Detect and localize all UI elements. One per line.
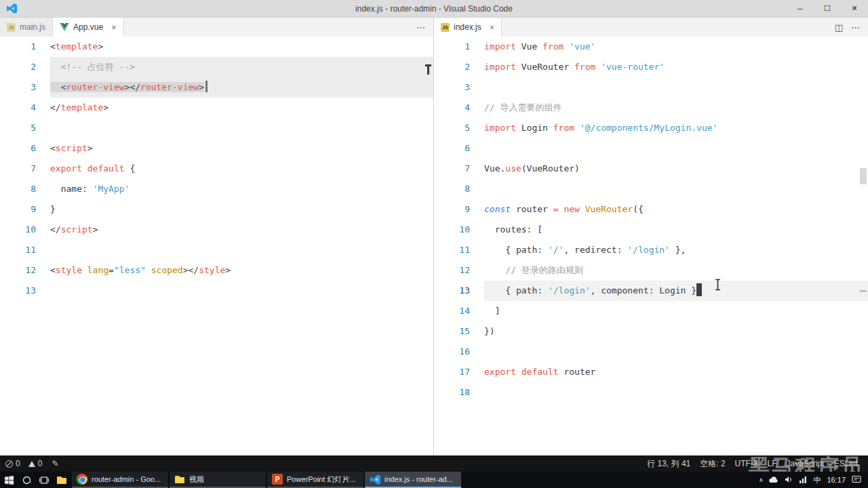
code-line-8[interactable]: 8 xyxy=(434,179,868,199)
code-line-18[interactable]: 18 xyxy=(434,382,868,403)
warning-count: 0 xyxy=(38,459,43,468)
status-indentation[interactable]: 空格: 2 xyxy=(700,458,725,470)
overview-cursor-mark xyxy=(860,290,867,292)
code-line-12[interactable]: 12<style lang="less" scoped></style> xyxy=(0,260,433,281)
code-line-11[interactable]: 11 xyxy=(0,240,433,260)
line-text: name: 'MyApp' xyxy=(50,179,433,199)
code-line-10[interactable]: 10</script> xyxy=(0,220,433,240)
code-line-9[interactable]: 9} xyxy=(0,199,433,220)
line-number: 3 xyxy=(0,77,36,98)
code-line-9[interactable]: 9const router = new VueRouter({ xyxy=(434,199,868,220)
notification-center-icon[interactable] xyxy=(852,474,861,486)
code-line-7[interactable]: 7Vue.use(VueRouter) xyxy=(434,159,868,179)
taskbar-button-label: 视频 xyxy=(189,474,204,485)
minimize-button[interactable]: ─ xyxy=(787,0,814,18)
code-line-17[interactable]: 17export default router xyxy=(434,362,868,382)
code-line-13[interactable]: 13 xyxy=(0,281,433,301)
taskbar-button-vscode[interactable]: index.js - router-ad... xyxy=(365,472,461,488)
explorer-icon[interactable] xyxy=(53,472,71,488)
javascript-file-icon: JS xyxy=(7,23,16,32)
more-actions-icon[interactable]: ⋯ xyxy=(851,22,860,33)
code-line-4[interactable]: 4// 导入需要的组件 xyxy=(434,98,868,118)
search-icon[interactable] xyxy=(18,472,35,488)
split-editor-icon[interactable]: ◫ xyxy=(835,22,843,33)
code-line-16[interactable]: 16 xyxy=(434,342,868,362)
start-button[interactable] xyxy=(0,472,18,488)
line-number: 4 xyxy=(0,98,36,118)
close-button[interactable]: ✕ xyxy=(841,0,868,18)
code-line-15[interactable]: 15}) xyxy=(434,321,868,342)
line-tokens: import VueRouter from 'vue-router' xyxy=(484,62,665,72)
problems-indicator[interactable]: 0 0 xyxy=(5,459,42,468)
line-number: 10 xyxy=(0,220,36,240)
line-tokens: // 导入需要的组件 xyxy=(484,102,561,113)
code-line-6[interactable]: 6<script> xyxy=(0,138,433,159)
code-line-10[interactable]: 10 routes: [ xyxy=(434,220,868,240)
line-text: </template> xyxy=(50,98,433,118)
selection-end-mark xyxy=(205,81,208,92)
tab-label: App.vue xyxy=(73,22,103,32)
pen-icon[interactable]: ✎ xyxy=(52,459,58,468)
line-tokens: <!-- 占位符 --> xyxy=(50,62,135,72)
vscode-logo-icon xyxy=(7,3,17,14)
tray-expand-icon[interactable]: ∧ xyxy=(759,476,764,483)
input-method-indicator[interactable]: 中 xyxy=(813,475,821,485)
close-tab-icon[interactable]: × xyxy=(490,22,495,33)
code-line-5[interactable]: 5 xyxy=(0,118,433,138)
line-tokens: Vue.use(VueRouter) xyxy=(484,163,580,174)
line-number: 2 xyxy=(0,57,36,77)
close-tab-icon[interactable]: × xyxy=(111,22,117,33)
code-line-13[interactable]: 13 { path: '/login', component: Login } xyxy=(434,281,868,301)
code-line-11[interactable]: 11 { path: '/', redirect: '/login' }, xyxy=(434,240,868,260)
line-number: 13 xyxy=(0,281,36,301)
line-tokens: <router-view></router-view> xyxy=(50,82,204,92)
vscode-icon xyxy=(370,474,380,485)
status-linter-status[interactable]: ESLint xyxy=(834,459,858,468)
code-line-3[interactable]: 3 <router-view></router-view> xyxy=(0,77,433,98)
code-line-1[interactable]: 1<template> xyxy=(0,37,433,57)
line-tokens: import Vue from 'vue' xyxy=(484,41,595,52)
taskbar-button-powerpoint[interactable]: PPowerPoint 幻灯片... xyxy=(267,472,363,488)
code-line-8[interactable]: 8 name: 'MyApp' xyxy=(0,179,433,199)
line-text: routes: [ xyxy=(484,220,868,240)
tab-app-vue[interactable]: App.vue× xyxy=(53,18,124,37)
code-line-7[interactable]: 7export default { xyxy=(0,159,433,179)
clock[interactable]: 16:17 xyxy=(827,476,846,484)
speaker-icon[interactable] xyxy=(785,474,793,486)
code-line-3[interactable]: 3 xyxy=(434,77,868,98)
code-line-6[interactable]: 6 xyxy=(434,138,868,159)
scrollbar-thumb[interactable] xyxy=(860,168,867,184)
code-line-2[interactable]: 2 <!-- 占位符 --> xyxy=(0,57,433,77)
line-text xyxy=(50,240,433,260)
code-line-12[interactable]: 12 // 登录的路由规则 xyxy=(434,260,868,281)
tab-main-js[interactable]: JSmain.js xyxy=(0,18,53,37)
status-encoding[interactable]: UTF-8 xyxy=(735,459,758,468)
taskbar-button-folder[interactable]: 视频 xyxy=(170,472,266,488)
line-number: 5 xyxy=(434,118,470,138)
code-line-4[interactable]: 4</template> xyxy=(0,98,433,118)
more-actions-icon[interactable]: ⋯ xyxy=(416,22,425,33)
code-line-2[interactable]: 2import VueRouter from 'vue-router' xyxy=(434,57,868,77)
line-tokens: </template> xyxy=(50,102,108,113)
status-cursor-position[interactable]: 行 13, 列 41 xyxy=(647,458,690,470)
taskbar-button-chrome[interactable]: router-admin - Goo... xyxy=(72,472,168,488)
line-tokens: const router = new VueRouter({ xyxy=(484,204,644,214)
status-language-mode[interactable]: JavaScript xyxy=(787,459,825,468)
network-icon[interactable] xyxy=(799,474,807,486)
code-line-5[interactable]: 5import Login from '@/components/MyLogin… xyxy=(434,118,868,138)
editor-index-js[interactable]: 1import Vue from 'vue'2import VueRouter … xyxy=(434,37,868,455)
editor-app-vue[interactable]: 1<template>2 <!-- 占位符 -->3 <router-view>… xyxy=(0,37,433,455)
status-eol[interactable]: LF xyxy=(768,459,777,468)
cloud-icon[interactable] xyxy=(769,474,778,486)
tab-index-js[interactable]: JSindex.js× xyxy=(434,18,502,37)
taskbar: router-admin - Goo...视频PPowerPoint 幻灯片..… xyxy=(0,472,868,488)
error-count: 0 xyxy=(16,459,20,468)
task-view-icon[interactable] xyxy=(35,472,53,488)
line-number: 6 xyxy=(0,138,36,159)
editor-cursor xyxy=(696,283,702,296)
tab-label: index.js xyxy=(454,22,481,32)
maximize-button[interactable]: ☐ xyxy=(814,0,841,18)
code-line-14[interactable]: 14 ] xyxy=(434,301,868,321)
code-line-1[interactable]: 1import Vue from 'vue' xyxy=(434,37,868,57)
line-tokens: } xyxy=(50,204,56,214)
